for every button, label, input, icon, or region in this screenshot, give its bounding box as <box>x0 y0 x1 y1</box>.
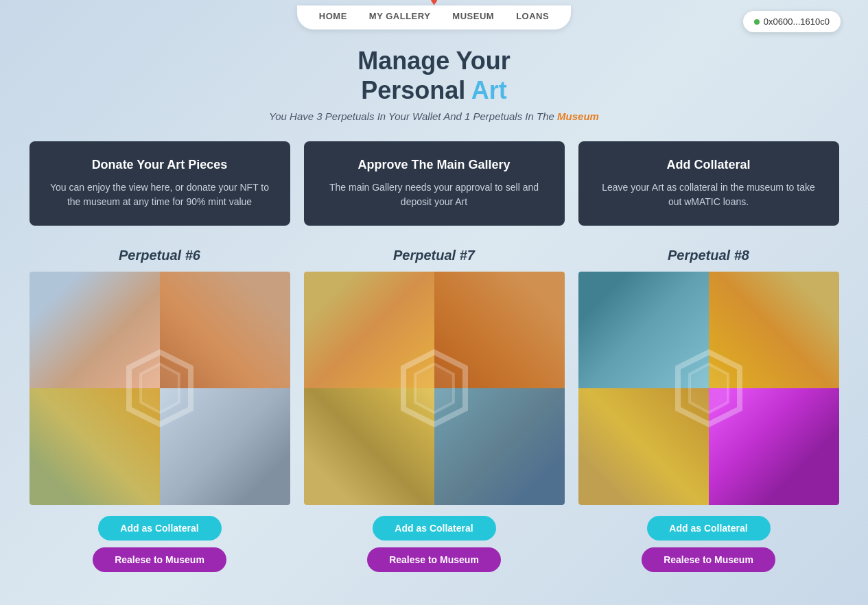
nft7-hex-icon <box>400 349 469 428</box>
navigation: ♥ HOME MY GALLERY MUSEUM LOANS 0x0600...… <box>0 0 868 29</box>
art-buttons-7: Add as Collateral Realese to Museum <box>304 516 565 572</box>
subtitle-text: You Have 3 Perpetuals In Your Wallet And… <box>269 110 557 122</box>
title-line2: Personal Art <box>0 75 868 105</box>
art-image-6 <box>30 272 290 505</box>
nav-loans[interactable]: LOANS <box>516 11 549 21</box>
title-personal: Personal <box>361 76 471 104</box>
collateral-button-7[interactable]: Add as Collateral <box>373 516 496 541</box>
info-card-approve: Approve The Main Gallery The main Galler… <box>304 141 565 226</box>
title-art: Art <box>471 76 507 104</box>
info-card-collateral: Add Collateral Leave your Art as collate… <box>578 141 839 226</box>
info-cards-section: Donate Your Art Pieces You can enjoy the… <box>0 141 868 226</box>
nav-museum[interactable]: MUSEUM <box>452 11 494 21</box>
art-buttons-8: Add as Collateral Realese to Museum <box>578 516 839 572</box>
nav-container: ♥ HOME MY GALLERY MUSEUM LOANS <box>297 5 571 29</box>
subtitle-museum: Museum <box>557 110 599 122</box>
nft8-hex-icon <box>675 349 743 428</box>
info-card-donate: Donate Your Art Pieces You can enjoy the… <box>30 141 290 226</box>
art-buttons-6: Add as Collateral Realese to Museum <box>30 516 290 572</box>
nav-home[interactable]: HOME <box>319 11 347 21</box>
wallet-address[interactable]: 0x0600...1610c0 <box>743 11 841 32</box>
art-title-7: Perpetual #7 <box>393 248 475 263</box>
svg-marker-5 <box>690 364 728 413</box>
collateral-button-6[interactable]: Add as Collateral <box>98 516 222 541</box>
wallet-address-text: 0x0600...1610c0 <box>764 16 830 27</box>
collateral-card-title: Add Collateral <box>598 158 820 172</box>
approve-card-desc: The main Gallery needs your approval to … <box>323 180 546 209</box>
approve-card-title: Approve The Main Gallery <box>323 158 546 172</box>
museum-button-7[interactable]: Realese to Museum <box>367 547 501 572</box>
nav-my-gallery[interactable]: MY GALLERY <box>369 11 431 21</box>
collateral-button-8[interactable]: Add as Collateral <box>647 516 771 541</box>
title-line1: Manage Your <box>0 46 868 75</box>
art-image-7 <box>304 272 565 505</box>
art-title-8: Perpetual #8 <box>668 248 749 263</box>
page-header: Manage Your Personal Art You Have 3 Perp… <box>0 46 868 122</box>
museum-button-6[interactable]: Realese to Museum <box>93 547 226 572</box>
donate-card-title: Donate Your Art Pieces <box>49 158 271 172</box>
wallet-status-dot <box>754 19 760 25</box>
art-item-7: Perpetual #7 Add as Collateral Realese t… <box>304 248 565 572</box>
page-title: Manage Your Personal Art <box>0 46 868 105</box>
art-section: Perpetual #6 Add as Collateral Realese t… <box>0 248 868 572</box>
collateral-card-desc: Leave your Art as collateral in the muse… <box>598 180 820 209</box>
svg-marker-3 <box>415 364 454 413</box>
museum-button-8[interactable]: Realese to Museum <box>642 547 775 572</box>
art-item-8: Perpetual #8 Add as Collateral Realese t… <box>578 248 839 572</box>
heart-icon: ♥ <box>430 0 438 9</box>
donate-card-desc: You can enjoy the view here, or donate y… <box>49 180 271 209</box>
art-item-6: Perpetual #6 Add as Collateral Realese t… <box>30 248 290 572</box>
svg-marker-1 <box>141 364 179 413</box>
art-image-8 <box>578 272 839 505</box>
art-title-6: Perpetual #6 <box>119 248 200 263</box>
nft6-hex-icon <box>126 349 194 428</box>
page-subtitle: You Have 3 Perpetuals In Your Wallet And… <box>0 110 868 122</box>
